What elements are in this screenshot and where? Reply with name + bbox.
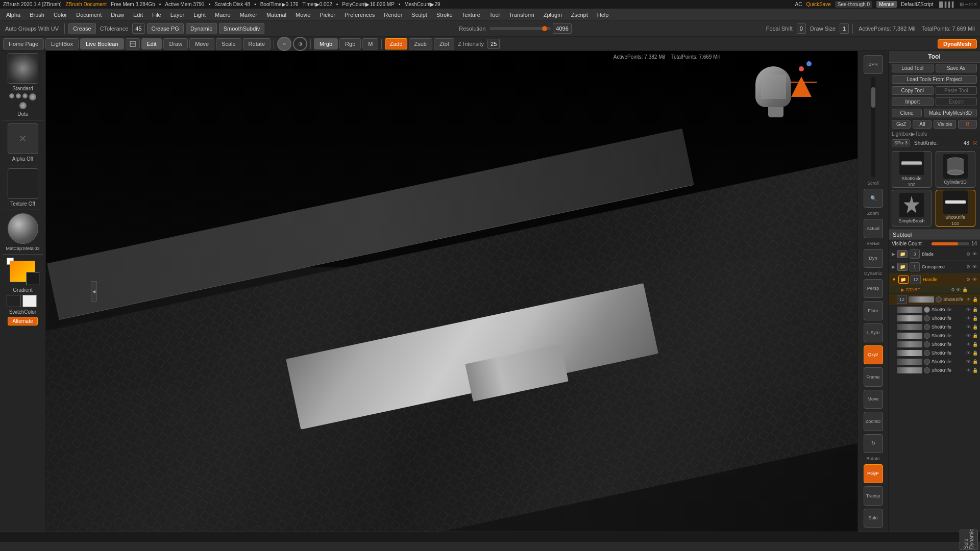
knife-row-3[interactable]: ShotKnife 👁 🔒 [889, 314, 980, 323]
save-as-btn[interactable]: Save As [936, 64, 977, 72]
lock-3[interactable]: 🔒 [972, 316, 978, 321]
see-through-btn[interactable]: See-through 0 [835, 1, 872, 8]
transp-btn[interactable]: Transp [864, 486, 883, 505]
mrgb-btn[interactable]: Mrgb [314, 38, 338, 49]
export-btn[interactable]: Export [936, 97, 977, 106]
menu-color[interactable]: Color [50, 11, 71, 19]
make-polymesh3d-btn[interactable]: Make PolyMesh3D [924, 109, 977, 117]
dynamic-solo-label[interactable]: Dynamic Solo [960, 530, 978, 550]
menu-stroke[interactable]: Stroke [432, 11, 457, 19]
paste-tool-btn[interactable]: Paste Tool [936, 86, 977, 95]
copy-tool-btn[interactable]: Copy Tool [892, 86, 934, 95]
menu-light[interactable]: Light [189, 11, 210, 19]
quick-save-btn[interactable]: QuickSave [806, 2, 830, 7]
gear-icon-handle[interactable]: ⚙ [966, 277, 970, 282]
lsym-btn[interactable]: L.Sym [864, 323, 883, 342]
home-page-btn[interactable]: Home Page [3, 38, 44, 49]
brush-preview[interactable] [8, 53, 38, 84]
switch-color-light[interactable] [22, 295, 37, 307]
eye-7[interactable]: 👁 [966, 350, 971, 356]
menu-alpha[interactable]: Alpha [2, 11, 24, 19]
subtool-item-handle[interactable]: ▼ 📁 12 Handle ⚙ 👁 [889, 273, 980, 286]
zsub-btn[interactable]: Zsub [409, 38, 432, 49]
tool-item-simplebrush[interactable]: SimpleBrush [892, 190, 932, 227]
menu-zplugin[interactable]: Zplugin [540, 11, 566, 19]
menu-help[interactable]: Help [593, 11, 613, 19]
gear-icon-blade[interactable]: ⚙ [966, 252, 970, 257]
eye-icon-blade[interactable]: 👁 [972, 252, 977, 257]
frame-btn[interactable]: Frame [864, 367, 883, 386]
alternate-btn[interactable]: Alternate [8, 317, 37, 325]
crease-pg-btn[interactable]: Crease PG [147, 23, 184, 34]
scale-btn[interactable]: Scale [216, 38, 241, 49]
menu-movie[interactable]: Movie [291, 11, 314, 19]
all-btn[interactable]: All [913, 120, 932, 129]
menu-render[interactable]: Render [380, 11, 406, 19]
eye-1[interactable]: 👁 [966, 297, 971, 302]
clone-btn[interactable]: Clone [892, 109, 922, 117]
switch-color-dark[interactable] [7, 295, 21, 307]
goz-btn[interactable]: GoZ [892, 120, 911, 129]
solo-btn[interactable]: Solo [864, 509, 883, 528]
eye-8[interactable]: 👁 [966, 359, 971, 364]
actual-btn[interactable]: Actual [864, 219, 883, 238]
eye-9[interactable]: 👁 [966, 368, 971, 373]
lock-5[interactable]: 🔒 [972, 333, 978, 338]
zoomd-btn[interactable]: ZoomD [864, 412, 883, 431]
move-gizmo-btn[interactable]: Move [864, 390, 883, 409]
persp-btn[interactable]: Persp [864, 279, 883, 298]
eye-4[interactable]: 👁 [966, 324, 971, 330]
matcap-preview[interactable] [8, 213, 38, 244]
visible-count-slider[interactable] [932, 242, 969, 245]
rotate-gizmo-btn[interactable]: ↻ [864, 434, 883, 453]
menu-material[interactable]: Material [262, 11, 290, 19]
canvas-area[interactable]: ActivePoints: 7.382 Mil TotalPoints: 7.6… [46, 51, 857, 532]
load-tools-from-project-btn[interactable]: Load Tools From Project [892, 75, 977, 84]
left-collapse-arrow[interactable]: ◀ [91, 281, 97, 302]
tool-item-cylinder3d[interactable]: Cylinder3D [936, 151, 975, 188]
menu-layer[interactable]: Layer [166, 11, 189, 19]
subtool-item-blade[interactable]: ▶ 📁 3 Blade ⚙ 👁 [889, 248, 980, 261]
v-scrollbar[interactable] [871, 77, 875, 177]
menu-preferences[interactable]: Preferences [340, 11, 379, 19]
knife-row-2[interactable]: ShotKnife 👁 🔒 [889, 306, 980, 314]
floor-btn[interactable]: Floor [864, 301, 883, 320]
eye-icon-handle[interactable]: 👁 [972, 277, 977, 282]
lock-1[interactable]: 🔒 [972, 297, 978, 302]
menu-edit[interactable]: Edit [129, 11, 147, 19]
ztol-btn[interactable]: Ztol [434, 38, 454, 49]
menu-brush[interactable]: Brush [26, 11, 48, 19]
knife-row-9[interactable]: ShotKnife 👁 🔒 [889, 366, 980, 375]
knife-row-8[interactable]: ShotKnife 👁 🔒 [889, 358, 980, 366]
menu-marker[interactable]: Marker [236, 11, 261, 19]
circle-icon-1[interactable]: ○ [277, 37, 291, 51]
eye-icon-crosspiece[interactable]: 👁 [972, 264, 977, 269]
menu-zscript[interactable]: Zscript [567, 11, 592, 19]
menu-transform[interactable]: Transform [505, 11, 538, 19]
move-btn[interactable]: Move [189, 38, 214, 49]
import-btn[interactable]: Import [892, 97, 934, 106]
knife-row-5[interactable]: ShotKnife 👁 🔒 [889, 332, 980, 340]
draw-size-val[interactable]: 1 [840, 23, 849, 34]
resolution-slider[interactable] [489, 27, 551, 30]
menu-draw[interactable]: Draw [107, 11, 128, 19]
rgb-btn[interactable]: Rgb [339, 38, 361, 49]
knife-row-4[interactable]: ShotKnife 👁 🔒 [889, 323, 980, 332]
menu-macro[interactable]: Macro [211, 11, 235, 19]
lock-7[interactable]: 🔒 [972, 350, 978, 356]
dynamic-btn[interactable]: Dynamic [186, 23, 217, 34]
eye-3[interactable]: 👁 [966, 316, 971, 321]
zoom-btn[interactable]: 🔍 [864, 189, 883, 208]
focal-shift-val[interactable]: 0 [797, 23, 806, 34]
shotknife-r[interactable]: R [971, 140, 977, 146]
lightbox-btn[interactable]: LightBox [45, 38, 79, 49]
texture-preview[interactable] [8, 168, 38, 199]
polyf-btn[interactable]: PolyF [864, 464, 883, 483]
default-zscript[interactable]: DefaultZScript [901, 2, 933, 7]
menu-file[interactable]: File [148, 11, 165, 19]
edit-icon-btn[interactable] [126, 38, 140, 49]
menu-texture[interactable]: Texture [458, 11, 484, 19]
menu-document[interactable]: Document [72, 11, 106, 19]
crease-btn[interactable]: Crease [68, 23, 95, 34]
draw-btn[interactable]: Draw [163, 38, 188, 49]
